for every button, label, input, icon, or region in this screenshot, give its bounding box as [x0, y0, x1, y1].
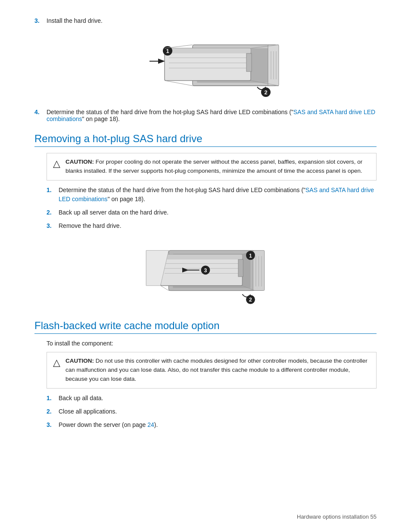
remove-step3: 3. Remove the hard drive.	[47, 221, 377, 230]
remove-diagram-container: 1 3 2	[34, 238, 377, 309]
remove-step1-link[interactable]: SAS and SATA hard drive LED combinations	[59, 187, 374, 202]
remove-step2: 2. Back up all server data on the hard d…	[47, 208, 377, 217]
caution-label-1: CAUTION:	[65, 159, 94, 165]
svg-text:3: 3	[204, 268, 207, 274]
cache-step3-link[interactable]: 24	[147, 421, 154, 428]
step4-text: Determine the status of the hard drive f…	[47, 109, 377, 122]
svg-line-36	[161, 286, 169, 290]
remove-step1-text: Determine the status of the hard drive f…	[59, 186, 377, 204]
remove-step1-num: 1.	[47, 186, 59, 204]
install-hard-drive-diagram: 1 2	[124, 32, 287, 101]
cache-step1-text: Back up all data.	[59, 394, 377, 403]
install-diagram-container: 1 2	[34, 32, 377, 101]
svg-rect-34	[238, 259, 243, 277]
section1-title: Removing a hot-plug SAS hard drive	[34, 133, 377, 147]
remove-step2-text: Back up all server data on the hard driv…	[59, 208, 377, 217]
caution-icon-2: △	[53, 357, 60, 368]
remove-step1: 1. Determine the status of the hard driv…	[47, 186, 377, 204]
svg-text:2: 2	[249, 297, 252, 303]
cache-step3: 3. Power down the server (on page 24).	[47, 420, 377, 429]
cache-step1: 1. Back up all data.	[47, 394, 377, 403]
step4-install: 4. Determine the status of the hard driv…	[34, 109, 377, 122]
svg-rect-7	[165, 48, 251, 53]
svg-text:2: 2	[264, 89, 267, 96]
cache-step3-num: 3.	[47, 420, 59, 429]
cache-step2-num: 2.	[47, 407, 59, 416]
remove-steps-block: 1. Determine the status of the hard driv…	[47, 186, 377, 230]
caution-label-2: CAUTION:	[65, 358, 94, 364]
caution-text-2: CAUTION: Do not use this controller with…	[65, 357, 370, 384]
step3-text: Install the hard drive.	[47, 17, 377, 24]
caution-icon-1: △	[53, 158, 60, 169]
svg-rect-11	[246, 53, 252, 72]
cache-intro: To install the component:	[47, 340, 377, 347]
cache-step2-text: Close all applications.	[59, 407, 377, 416]
cache-step1-num: 1.	[47, 394, 59, 403]
caution-box-2: △ CAUTION: Do not use this controller wi…	[47, 352, 377, 389]
caution-text-1: CAUTION: For proper cooling do not opera…	[65, 158, 370, 176]
page-footer: Hardware options installation 55	[297, 513, 377, 520]
remove-step3-text: Remove the hard drive.	[59, 221, 377, 230]
caution-box-1: △ CAUTION: For proper cooling do not ope…	[47, 153, 377, 180]
step4-link[interactable]: SAS and SATA hard drive LED combinations	[47, 109, 375, 122]
remove-hard-drive-diagram: 1 3 2	[124, 238, 287, 309]
remove-step3-num: 3.	[47, 221, 59, 230]
svg-line-19	[165, 81, 193, 86]
step3-install: 3. Install the hard drive.	[34, 17, 377, 24]
remove-step2-num: 2.	[47, 208, 59, 217]
step4-num: 4.	[34, 109, 47, 122]
svg-rect-30	[161, 255, 243, 259]
cache-steps-block: 1. Back up all data. 2. Close all applic…	[47, 394, 377, 429]
cache-step2: 2. Close all applications.	[47, 407, 377, 416]
step3-num: 3.	[34, 17, 47, 24]
svg-text:1: 1	[166, 48, 169, 54]
cache-step3-text: Power down the server (on page 24).	[59, 420, 377, 429]
svg-text:1: 1	[249, 252, 252, 258]
section2-title: Flash-backed write cache module option	[34, 320, 377, 334]
